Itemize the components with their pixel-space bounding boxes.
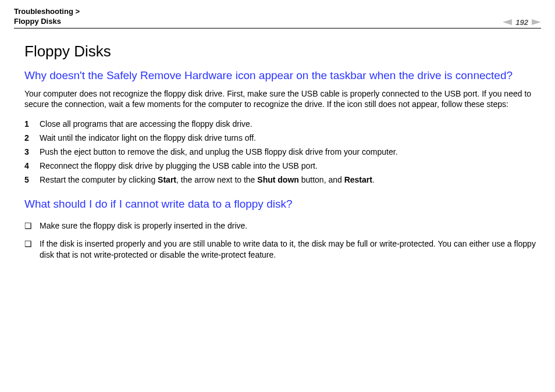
breadcrumb: Troubleshooting > Floppy Disks [14, 7, 80, 27]
question-2-heading: What should I do if I cannot write data … [24, 197, 539, 211]
question-1-intro: Your computer does not recognize the flo… [24, 88, 539, 111]
step-item: 5Restart the computer by clicking Start,… [24, 173, 539, 187]
svg-marker-0 [503, 19, 512, 25]
step-item: 2Wait until the indicator light on the f… [24, 131, 539, 145]
page-header: Troubleshooting > Floppy Disks 192 [14, 7, 541, 28]
list-item: ❑Make sure the floppy disk is properly i… [24, 217, 539, 235]
page-number: 192 [515, 18, 528, 27]
content-area: Floppy Disks Why doesn't the Safely Remo… [14, 42, 541, 264]
next-page-button[interactable] [532, 19, 541, 25]
step-item: 3Push the eject button to remove the dis… [24, 145, 539, 159]
bullet-list: ❑Make sure the floppy disk is properly i… [24, 217, 539, 264]
step-item: 1Close all programs that are accessing t… [24, 117, 539, 131]
list-item: ❑If the disk is inserted properly and yo… [24, 235, 539, 264]
prev-page-button[interactable] [503, 19, 512, 25]
breadcrumb-category[interactable]: Troubleshooting [14, 7, 73, 16]
step-item: 4Reconnect the floppy disk drive by plug… [24, 159, 539, 173]
question-1-heading: Why doesn't the Safely Remove Hardware i… [24, 69, 539, 83]
breadcrumb-page[interactable]: Floppy Disks [14, 17, 61, 26]
page-title: Floppy Disks [24, 42, 539, 60]
svg-marker-1 [532, 19, 541, 25]
pager: 192 [503, 18, 541, 27]
steps-list: 1Close all programs that are accessing t… [24, 117, 539, 187]
